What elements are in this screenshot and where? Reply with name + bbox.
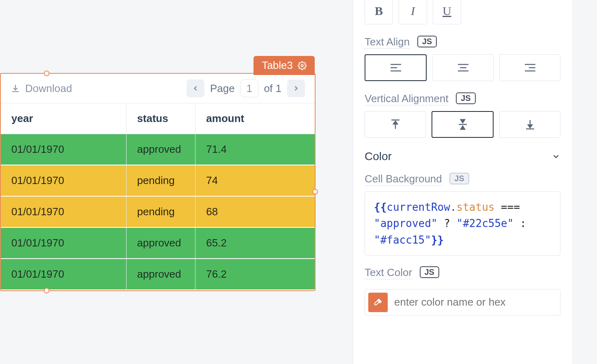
page-label: Page xyxy=(210,82,235,95)
valign-bottom-button[interactable] xyxy=(499,111,560,138)
table-widget-frame[interactable]: Table3 Download xyxy=(0,73,316,291)
download-label: Download xyxy=(25,82,72,95)
page-of-label: of 1 xyxy=(264,82,281,95)
resize-handle-top[interactable] xyxy=(44,71,49,76)
table-toolbar: Download Page 1 of 1 xyxy=(1,74,315,103)
page-number-input[interactable]: 1 xyxy=(241,79,258,97)
cell-year: 01/01/1970 xyxy=(1,134,127,165)
italic-button[interactable]: I xyxy=(399,0,427,24)
column-header[interactable]: status xyxy=(127,103,195,134)
valign-middle-button[interactable] xyxy=(432,111,494,138)
cell-status: approved xyxy=(127,134,195,165)
properties-panel: B I U Text Align JS Vertical Alignment J… xyxy=(353,0,572,364)
cell-year: 01/01/1970 xyxy=(1,165,127,196)
cell-background-section: Cell Background JS {{currentRow.status =… xyxy=(365,173,560,256)
text-color-input[interactable] xyxy=(393,295,557,309)
svg-point-0 xyxy=(301,64,303,67)
cell-year: 01/01/1970 xyxy=(1,227,127,259)
widget-name-label: Table3 xyxy=(262,59,293,72)
next-page-button[interactable] xyxy=(287,79,305,97)
text-color-input-row xyxy=(365,289,560,316)
canvas: Table3 Download xyxy=(0,0,341,364)
cell-year: 01/01/1970 xyxy=(1,259,127,290)
underline-button[interactable]: U xyxy=(433,0,461,24)
vertical-align-section: Vertical Alignment JS xyxy=(365,92,560,138)
chevron-down-icon xyxy=(552,152,560,161)
text-color-section: Text Color JS xyxy=(365,266,560,316)
color-section-header[interactable]: Color xyxy=(365,150,560,163)
js-badge[interactable]: JS xyxy=(417,36,437,47)
emphasis-group: B I U xyxy=(365,0,560,24)
download-button[interactable]: Download xyxy=(11,82,72,95)
table-header-row: year status amount xyxy=(1,103,315,134)
table-row[interactable]: 01/01/1970 pending 68 xyxy=(1,196,315,227)
cell-year: 01/01/1970 xyxy=(1,196,127,227)
table-row[interactable]: 01/01/1970 approved 65.2 xyxy=(1,227,315,259)
svg-marker-12 xyxy=(393,121,397,124)
color-section-label: Color xyxy=(365,150,392,163)
table-row[interactable]: 01/01/1970 approved 76.2 xyxy=(1,259,315,290)
text-color-label: Text Color xyxy=(365,266,412,279)
download-icon xyxy=(11,84,20,93)
cell-status: approved xyxy=(127,259,195,290)
gear-icon[interactable] xyxy=(298,61,307,70)
resize-handle-right[interactable] xyxy=(312,189,318,195)
cell-status: approved xyxy=(127,227,195,259)
widget-name-tag[interactable]: Table3 xyxy=(253,56,315,75)
vertical-align-label: Vertical Alignment xyxy=(365,92,449,105)
cell-amount: 74 xyxy=(195,165,315,196)
cell-amount: 76.2 xyxy=(195,259,315,290)
cell-bg-expression-input[interactable]: {{currentRow.status === "approved" ? "#2… xyxy=(365,191,560,256)
svg-marker-13 xyxy=(461,120,465,123)
bold-button[interactable]: B xyxy=(365,0,393,24)
align-center-button[interactable] xyxy=(432,54,494,81)
cell-amount: 68 xyxy=(195,196,315,227)
cell-bg-label: Cell Background xyxy=(365,173,442,186)
svg-marker-15 xyxy=(461,126,465,129)
eyedropper-icon xyxy=(373,298,383,307)
table-row[interactable]: 01/01/1970 pending 74 xyxy=(1,165,315,196)
data-table: year status amount 01/01/1970 approved 7… xyxy=(1,103,315,290)
pagination: Page 1 of 1 xyxy=(187,79,305,97)
cell-status: pending xyxy=(127,165,195,196)
text-align-label: Text Align xyxy=(365,36,410,49)
cell-amount: 71.4 xyxy=(195,134,315,165)
resize-handle-bottom[interactable] xyxy=(44,288,49,293)
cell-amount: 65.2 xyxy=(195,227,315,259)
js-badge[interactable]: JS xyxy=(449,173,469,184)
column-header[interactable]: year xyxy=(1,103,127,134)
js-badge[interactable]: JS xyxy=(456,92,475,104)
align-right-button[interactable] xyxy=(499,54,560,81)
valign-top-button[interactable] xyxy=(365,111,426,138)
column-header[interactable]: amount xyxy=(195,103,315,134)
text-align-section: Text Align JS xyxy=(365,36,560,81)
cell-status: pending xyxy=(127,196,195,227)
js-badge[interactable]: JS xyxy=(420,266,439,278)
color-swatch[interactable] xyxy=(368,293,388,312)
prev-page-button[interactable] xyxy=(187,79,204,97)
table-row[interactable]: 01/01/1970 approved 71.4 xyxy=(1,134,315,165)
svg-marker-17 xyxy=(528,125,532,128)
align-left-button[interactable] xyxy=(365,54,427,81)
